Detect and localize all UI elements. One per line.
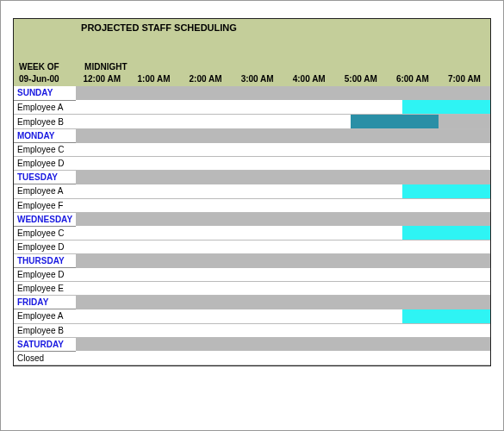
- schedule-bar: [76, 184, 402, 198]
- schedule-cell: [76, 309, 490, 324]
- employee-label: Employee B: [14, 115, 76, 129]
- day-bar: [76, 86, 490, 100]
- time-header: 2:00 AM: [180, 72, 232, 86]
- employee-row: Employee C: [14, 226, 490, 240]
- day-label: MONDAY: [14, 129, 76, 143]
- schedule-bar: [76, 100, 402, 114]
- midnight-label: MIDNIGHT: [76, 60, 490, 72]
- schedule-bar: [402, 226, 490, 240]
- day-label: THURSDAY: [14, 254, 76, 268]
- day-label: SATURDAY: [14, 337, 76, 351]
- day-row: TUESDAY: [14, 171, 490, 184]
- time-header: 5:00 AM: [335, 72, 387, 86]
- schedule-bar: [351, 115, 439, 128]
- time-header: 7:00 AM: [439, 72, 490, 86]
- employee-label: Employee A: [14, 184, 76, 199]
- time-header-row: 09-Jun-00 12:00 AM1:00 AM2:00 AM3:00 AM4…: [14, 72, 490, 86]
- employee-label: Employee F: [14, 198, 76, 212]
- employee-row: Employee A: [14, 309, 490, 324]
- schedule-cell: [76, 351, 490, 365]
- employee-label: Employee A: [14, 100, 76, 115]
- schedule-cell: [76, 198, 490, 212]
- day-row: MONDAY: [14, 129, 490, 143]
- employee-row: Employee B: [14, 323, 490, 337]
- employee-label: Employee A: [14, 309, 76, 324]
- sheet-title: PROJECTED STAFF SCHEDULING: [76, 19, 490, 34]
- schedule-cell: [76, 240, 490, 254]
- day-label: FRIDAY: [14, 296, 76, 309]
- time-header: 12:00 AM: [76, 72, 128, 86]
- schedule-cell: [76, 268, 490, 282]
- page: PROJECTED STAFF SCHEDULING WEEK OF MIDNI…: [0, 0, 504, 431]
- day-row: THURSDAY: [14, 254, 490, 268]
- time-header: 4:00 AM: [283, 72, 335, 86]
- day-row: WEDNESDAY: [14, 212, 490, 226]
- employee-row: Employee D: [14, 157, 490, 171]
- employee-label: Employee E: [14, 282, 76, 296]
- employee-row: Employee B: [14, 115, 490, 129]
- day-bar: [76, 296, 490, 309]
- schedule-cell: [76, 184, 490, 199]
- schedule-bar: [76, 226, 402, 240]
- employee-row: Closed: [14, 351, 490, 365]
- schedule-bar: [439, 115, 490, 128]
- schedule-cell: [76, 143, 490, 157]
- time-header: 6:00 AM: [387, 72, 439, 86]
- schedule-table: PROJECTED STAFF SCHEDULING WEEK OF MIDNI…: [14, 19, 490, 365]
- employee-label: Employee D: [14, 268, 76, 282]
- schedule-sheet: PROJECTED STAFF SCHEDULING WEEK OF MIDNI…: [13, 18, 491, 366]
- day-row: SUNDAY: [14, 86, 490, 100]
- weekof-label: WEEK OF: [14, 60, 76, 72]
- day-bar: [76, 212, 490, 226]
- schedule-bar: [402, 309, 490, 323]
- employee-row: Employee A: [14, 100, 490, 115]
- schedule-cell: [76, 282, 490, 296]
- employee-label: Employee B: [14, 323, 76, 337]
- employee-row: Employee D: [14, 240, 490, 254]
- day-bar: [76, 254, 490, 268]
- schedule-cell: [76, 100, 490, 115]
- schedule-bar: [76, 115, 351, 128]
- employee-label: Closed: [14, 351, 76, 365]
- employee-row: Employee E: [14, 282, 490, 296]
- employee-label: Employee D: [14, 157, 76, 171]
- employee-row: Employee D: [14, 268, 490, 282]
- label-row: WEEK OF MIDNIGHT: [14, 60, 490, 72]
- employee-label: Employee D: [14, 240, 76, 254]
- day-bar: [76, 129, 490, 143]
- employee-label: Employee C: [14, 143, 76, 157]
- schedule-bar: [402, 100, 490, 114]
- employee-row: Employee F: [14, 198, 490, 212]
- schedule-cell: [76, 157, 490, 171]
- time-header: 3:00 AM: [232, 72, 283, 86]
- day-row: SATURDAY: [14, 337, 490, 351]
- schedule-cell: [76, 323, 490, 337]
- day-label: TUESDAY: [14, 171, 76, 184]
- employee-row: Employee A: [14, 184, 490, 199]
- schedule-cell: [76, 115, 490, 129]
- time-header: 1:00 AM: [128, 72, 179, 86]
- weekof-value: 09-Jun-00: [14, 72, 76, 86]
- schedule-bar: [76, 309, 402, 323]
- employee-label: Employee C: [14, 226, 76, 240]
- title-row: PROJECTED STAFF SCHEDULING: [14, 19, 490, 34]
- employee-row: Employee C: [14, 143, 490, 157]
- day-label: SUNDAY: [14, 86, 76, 100]
- schedule-cell: [76, 226, 490, 240]
- day-row: FRIDAY: [14, 296, 490, 309]
- day-bar: [76, 171, 490, 184]
- schedule-bar: [402, 184, 490, 198]
- day-label: WEDNESDAY: [14, 212, 76, 226]
- day-bar: [76, 337, 490, 351]
